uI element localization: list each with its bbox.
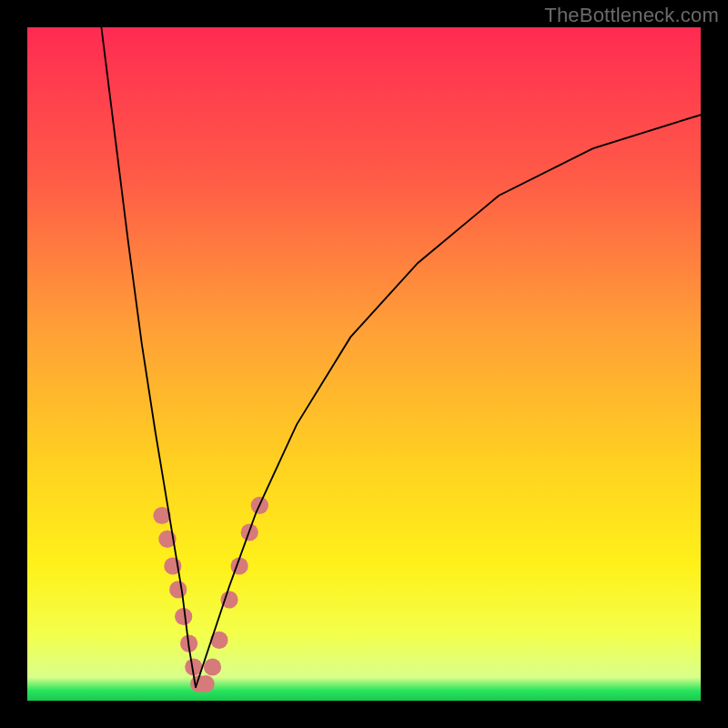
curve-right-branch	[196, 115, 701, 687]
watermark-text: TheBottleneck.com	[544, 4, 719, 27]
curve-left-branch	[101, 27, 196, 687]
chart-stage: TheBottleneck.com	[0, 0, 728, 728]
valley-dot	[204, 658, 221, 675]
valley-dot	[169, 581, 187, 598]
plot-area	[27, 27, 701, 701]
chart-overlay	[27, 27, 701, 701]
